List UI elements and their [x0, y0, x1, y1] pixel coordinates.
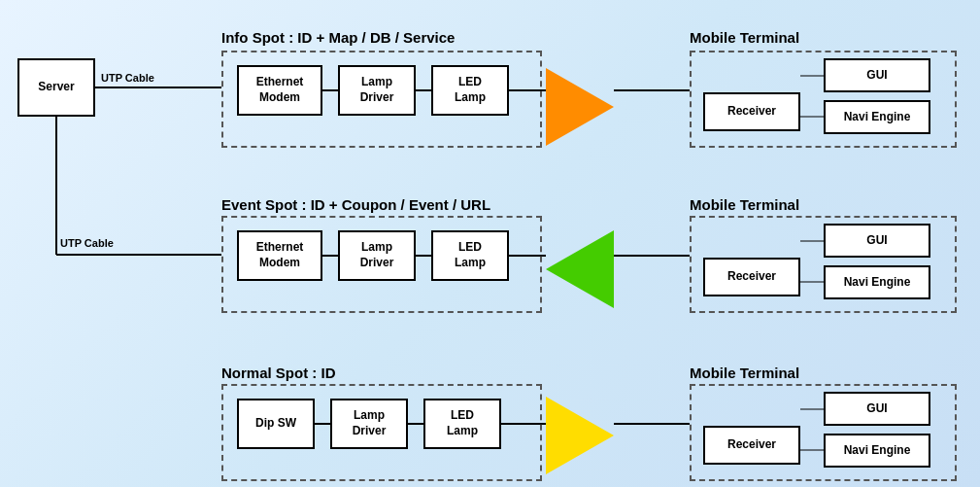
row1-ethernet-label: Ethernet Modem [256, 75, 304, 105]
server-block: Server [17, 58, 95, 117]
row1-signal-arrow [546, 68, 614, 146]
row2-navi-engine: Navi Engine [824, 265, 930, 299]
row3-receiver: Receiver [703, 426, 800, 465]
row1-navi-engine: Navi Engine [824, 100, 930, 134]
row2-gui: GUI [824, 224, 930, 258]
row1-led-lamp: LED Lamp [431, 65, 509, 116]
row1-gui-label: GUI [866, 68, 887, 84]
row2-lamp-driver: Lamp Driver [338, 230, 416, 281]
row3-lamp-label: Lamp Driver [353, 408, 387, 438]
row1-lamp-driver: Lamp Driver [338, 65, 416, 116]
row3-gui: GUI [824, 392, 930, 426]
row1-led-label: LED Lamp [455, 75, 486, 105]
utp-cable-label-2: UTP Cable [60, 237, 114, 249]
row2-led-label: LED Lamp [455, 240, 486, 270]
row2-ethernet-label: Ethernet Modem [256, 240, 304, 270]
row2-spot-title: Event Spot : ID + Coupon / Event / URL [221, 196, 490, 213]
row3-led-lamp: LED Lamp [423, 399, 501, 449]
row2-receiver: Receiver [703, 258, 800, 296]
row2-signal-arrow [546, 230, 614, 308]
row1-gui: GUI [824, 58, 930, 92]
row3-led-label: LED Lamp [447, 408, 478, 438]
row2-receiver-label: Receiver [727, 269, 776, 285]
row2-mobile-title: Mobile Terminal [690, 196, 799, 213]
row1-receiver: Receiver [703, 92, 800, 131]
row3-navi-label: Navi Engine [844, 443, 911, 459]
row1-lamp-label: Lamp Driver [360, 75, 394, 105]
diagram-container: Server UTP Cable UTP Cable Info Spot : I… [0, 0, 980, 487]
row1-navi-label: Navi Engine [844, 110, 911, 125]
row3-mobile-title: Mobile Terminal [690, 365, 799, 381]
row3-receiver-label: Receiver [727, 437, 776, 453]
row2-ethernet-modem: Ethernet Modem [237, 230, 322, 281]
row2-led-lamp: LED Lamp [431, 230, 509, 281]
row3-spot-title: Normal Spot : ID [221, 365, 336, 381]
row2-gui-label: GUI [866, 233, 887, 249]
row3-dip-sw: Dip SW [237, 399, 315, 449]
server-label: Server [38, 80, 74, 95]
row1-spot-title: Info Spot : ID + Map / DB / Service [221, 29, 455, 46]
row3-dip-label: Dip SW [255, 416, 296, 432]
row1-receiver-label: Receiver [727, 104, 776, 120]
row2-lamp-label: Lamp Driver [360, 240, 394, 270]
row3-gui-label: GUI [866, 401, 887, 417]
row3-navi-engine: Navi Engine [824, 434, 930, 468]
row2-navi-label: Navi Engine [844, 275, 911, 291]
row1-mobile-title: Mobile Terminal [690, 29, 799, 46]
row1-ethernet-modem: Ethernet Modem [237, 65, 322, 116]
utp-cable-label-1: UTP Cable [101, 72, 154, 84]
row3-lamp-driver: Lamp Driver [330, 399, 408, 449]
row3-signal-arrow [546, 397, 614, 474]
